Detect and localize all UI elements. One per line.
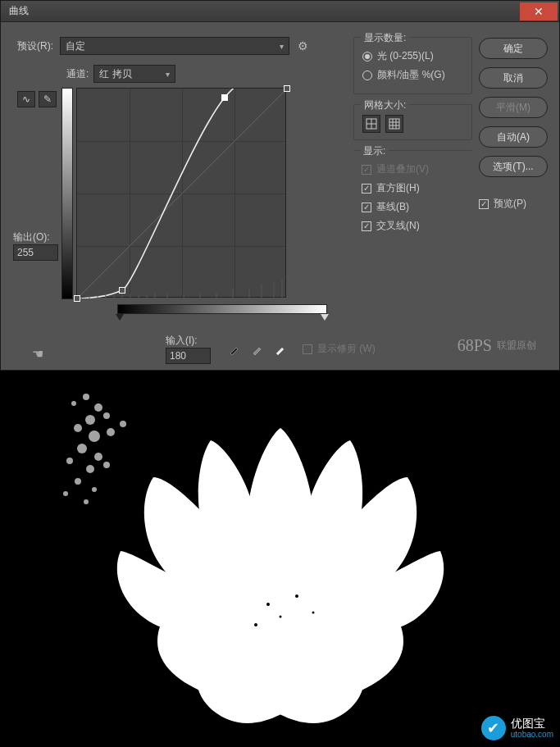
overlay-label: 通道叠加(V)	[376, 162, 429, 176]
ok-button[interactable]: 确定	[479, 38, 548, 59]
watermark-68ps: 68PS 联盟原创	[458, 336, 536, 355]
close-button[interactable]: ✕	[520, 2, 558, 20]
white-slider[interactable]	[321, 314, 329, 321]
chevron-down-icon: ▾	[166, 70, 170, 79]
smooth-button: 平滑(M)	[479, 97, 548, 118]
grid-small-button[interactable]	[362, 115, 380, 133]
utobao-sub: utobao.com	[511, 730, 553, 739]
preview-label: 预览(P)	[494, 197, 526, 211]
gear-icon[interactable]: ⚙	[298, 39, 308, 52]
histogram-label: 直方图(H)	[376, 181, 420, 195]
watermark-text: 联盟原创	[497, 339, 536, 353]
watermark-utobao: ✔ 优图宝 utobao.com	[481, 716, 553, 740]
curve-point-selected[interactable]	[221, 94, 228, 101]
svg-point-49	[254, 623, 257, 626]
svg-point-50	[312, 611, 314, 613]
clipping-checkbox	[303, 344, 312, 354]
intersection-label: 交叉线(N)	[376, 219, 420, 233]
input-label: 输入(I):	[166, 334, 211, 348]
channel-value: 红 拷贝	[99, 67, 131, 81]
preset-value: 自定	[66, 39, 85, 53]
display-amount-legend: 显示数量:	[361, 31, 409, 45]
titlebar[interactable]: 曲线 ✕	[1, 1, 559, 22]
white-eyedropper-icon[interactable]	[273, 342, 288, 357]
grid-size-legend: 网格大小:	[361, 98, 409, 112]
curve-graph[interactable]	[76, 88, 286, 298]
input-input[interactable]	[166, 348, 211, 364]
svg-point-46	[266, 603, 270, 606]
pigment-radio[interactable]	[362, 71, 372, 80]
black-eyedropper-icon[interactable]	[227, 342, 242, 357]
hand-icon[interactable]: ☚	[32, 346, 43, 362]
black-slider[interactable]	[116, 314, 124, 321]
pigment-label: 颜料/油墨 %(G)	[377, 68, 445, 82]
auto-button[interactable]: 自动(A)	[479, 126, 548, 148]
curve-point[interactable]	[119, 287, 125, 294]
show-group: 显示: 通道叠加(V) 直方图(H) 基线(B) 交叉线(N)	[353, 150, 472, 233]
watermark-logo: 68PS	[458, 336, 492, 355]
pencil-tool-button[interactable]: ✎	[39, 91, 57, 107]
light-radio[interactable]	[362, 52, 372, 61]
baseline-label: 基线(B)	[376, 200, 409, 214]
window-title: 曲线	[9, 4, 520, 18]
utobao-text: 优图宝	[511, 717, 553, 730]
options-button[interactable]: 选项(T)...	[479, 156, 548, 177]
baseline-checkbox[interactable]	[362, 203, 371, 212]
curve-point[interactable]	[284, 85, 290, 92]
grid-large-button[interactable]	[385, 115, 403, 133]
input-gradient[interactable]	[117, 304, 327, 314]
display-amount-group: 显示数量: 光 (0-255)(L) 颜料/油墨 %(G)	[353, 37, 472, 94]
svg-point-48	[279, 615, 281, 617]
preset-dropdown[interactable]: 自定 ▾	[60, 37, 289, 55]
lotus-shape	[67, 379, 494, 740]
preset-label: 预设(R):	[17, 39, 53, 53]
curve-tool-button[interactable]: ∿	[17, 91, 35, 107]
curves-dialog: 曲线 ✕ 预设(R): 自定 ▾ ⚙ 通道: 红 拷贝 ▾ ∿	[0, 0, 560, 371]
close-icon: ✕	[534, 5, 544, 18]
channel-dropdown[interactable]: 红 拷贝 ▾	[93, 65, 175, 83]
intersection-checkbox[interactable]	[362, 221, 371, 231]
gray-eyedropper-icon[interactable]	[250, 342, 265, 357]
svg-line-0	[77, 89, 287, 298]
grid-size-group: 网格大小:	[353, 104, 472, 140]
curve-svg	[77, 89, 287, 298]
show-legend: 显示:	[360, 144, 389, 158]
light-label: 光 (0-255)(L)	[377, 49, 434, 63]
svg-rect-23	[389, 119, 399, 129]
utobao-icon: ✔	[481, 716, 506, 740]
histogram-checkbox[interactable]	[362, 184, 371, 194]
output-gradient	[61, 88, 73, 299]
preview-checkbox[interactable]	[479, 199, 489, 209]
clipping-label: 显示修剪 (W)	[317, 342, 376, 356]
overlay-checkbox	[362, 165, 371, 175]
svg-point-47	[295, 594, 298, 598]
output-input[interactable]	[13, 244, 58, 261]
cancel-button[interactable]: 取消	[479, 67, 548, 89]
curve-point[interactable]	[74, 295, 80, 302]
preview-image: ✔ 优图宝 utobao.com	[0, 371, 560, 747]
channel-label: 通道:	[66, 67, 89, 81]
chevron-down-icon: ▾	[280, 42, 284, 51]
output-label: 输出(O):	[13, 230, 62, 244]
